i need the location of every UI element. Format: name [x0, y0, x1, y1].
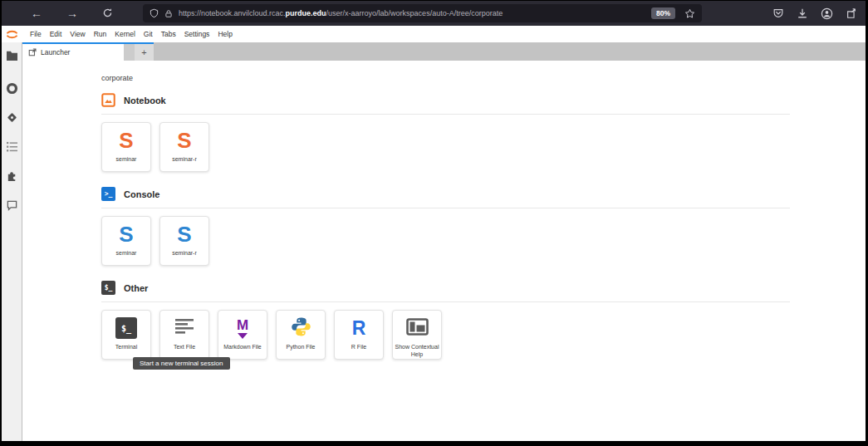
card-label: Show Contextual Help [393, 344, 441, 359]
reload-icon[interactable] [102, 7, 113, 20]
section-console: >_ Console S seminar S seminar-r [101, 187, 790, 266]
section-title: Other [124, 283, 148, 293]
forward-icon[interactable]: → [66, 7, 78, 19]
launcher-card-console-seminar[interactable]: S seminar [101, 216, 151, 266]
terminal-tooltip: Start a new terminal session [133, 357, 230, 370]
menu-file[interactable]: File [26, 30, 46, 38]
zoom-level-badge[interactable]: 80% [651, 7, 675, 19]
card-label: Markdown File [222, 344, 263, 351]
contextual-help-icon [406, 318, 429, 339]
card-label: seminar [115, 156, 139, 164]
seminar-r-kernel-icon: S [177, 223, 191, 245]
card-label: R File [350, 344, 368, 351]
markdown-icon: M [237, 318, 248, 339]
menu-view[interactable]: View [66, 30, 89, 38]
card-label: Python File [284, 344, 316, 351]
chat-icon[interactable] [6, 198, 18, 211]
running-sessions-icon[interactable] [6, 82, 18, 95]
extension-manager-icon[interactable] [6, 169, 18, 182]
text-file-icon [174, 318, 195, 338]
menu-settings[interactable]: Settings [180, 30, 214, 38]
menu-run[interactable]: Run [90, 30, 111, 38]
launcher-card-python-file[interactable]: Python File [276, 310, 326, 360]
terminal-section-icon: $_ [101, 281, 115, 295]
terminal-icon: $_ [115, 317, 137, 339]
console-icon: >_ [101, 187, 115, 201]
section-notebook: Notebook S seminar S seminar-r [101, 93, 790, 172]
section-other: $_ Other $_ Terminal [101, 281, 790, 360]
menu-help[interactable]: Help [213, 30, 236, 38]
bookmark-star-icon[interactable] [684, 8, 695, 19]
git-icon[interactable] [6, 111, 18, 124]
browser-toolbar: ← → https://notebook.anvilcloud.rcac.pur… [2, 1, 866, 26]
menu-kernel[interactable]: Kernel [110, 30, 140, 38]
launcher-card-terminal[interactable]: $_ Terminal [101, 310, 151, 360]
current-directory-label: corporate [101, 74, 866, 82]
url-bar[interactable]: https://notebook.anvilcloud.rcac.purdue.… [143, 4, 702, 22]
account-icon[interactable] [821, 7, 833, 20]
card-label: seminar [115, 250, 139, 257]
section-title: Console [124, 189, 159, 199]
tab-gap [124, 44, 135, 61]
extension-icon[interactable] [846, 7, 857, 19]
launcher-card-console-seminar-r[interactable]: S seminar-r [159, 216, 209, 266]
launcher-tab-icon [28, 45, 37, 60]
back-icon[interactable]: ← [31, 7, 42, 19]
menu-tabs[interactable]: Tabs [157, 30, 180, 38]
card-label: seminar-r [170, 250, 199, 257]
section-title: Notebook [124, 96, 166, 105]
card-label: seminar-r [170, 156, 199, 164]
jupyter-logo [2, 26, 22, 42]
launcher-card-r-file[interactable]: R R File [334, 310, 384, 360]
seminar-kernel-icon: S [119, 223, 133, 245]
menu-edit[interactable]: Edit [46, 30, 66, 38]
table-of-contents-icon[interactable] [6, 140, 18, 153]
pocket-icon[interactable] [772, 7, 784, 19]
seminar-kernel-icon: S [119, 130, 133, 151]
new-tab-button[interactable]: + [135, 44, 154, 61]
r-icon: R [352, 319, 366, 338]
card-label: Terminal [114, 344, 139, 351]
downloads-icon[interactable] [797, 7, 808, 19]
launcher-card-contextual-help[interactable]: Show Contextual Help [392, 310, 442, 360]
file-browser-icon[interactable] [6, 49, 18, 61]
python-icon [291, 316, 311, 341]
url-text: https://notebook.anvilcloud.rcac.purdue.… [179, 9, 645, 17]
menu-items: File Edit View Run Kernel Git Tabs Setti… [26, 30, 237, 38]
launcher-card-markdown-file[interactable]: M Markdown File [218, 310, 267, 360]
dock-tab-bar: Launcher + [22, 42, 866, 61]
tab-launcher-label: Launcher [41, 48, 70, 56]
left-sidebar [2, 42, 22, 441]
launcher-card-notebook-seminar-r[interactable]: S seminar-r [159, 122, 209, 172]
launcher-card-text-file[interactable]: Text File [159, 310, 209, 360]
launcher-panel: corporate Notebook S seminar [22, 61, 866, 441]
tab-launcher[interactable]: Launcher [22, 44, 124, 61]
menu-git[interactable]: Git [140, 30, 157, 38]
lock-icon[interactable] [164, 9, 173, 18]
shield-icon[interactable] [150, 8, 159, 18]
browser-window: ← → https://notebook.anvilcloud.rcac.pur… [0, 0, 868, 446]
seminar-r-kernel-icon: S [177, 130, 191, 151]
card-label: Text File [172, 344, 197, 351]
url-domain: purdue.edu [286, 9, 326, 17]
jupyterlab-menubar: File Edit View Run Kernel Git Tabs Setti… [2, 26, 866, 42]
notebook-icon [101, 93, 115, 107]
launcher-card-notebook-seminar[interactable]: S seminar [101, 122, 151, 172]
